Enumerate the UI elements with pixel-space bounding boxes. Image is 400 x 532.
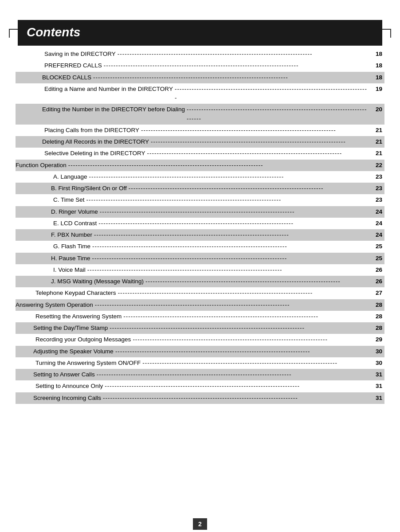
toc-label: Editing the Number in the DIRECTORY befo…	[42, 105, 185, 114]
toc-row: Editing a Name and Number in the DIRECTO…	[18, 83, 382, 104]
toc-page: 24	[371, 207, 382, 216]
toc-page: 27	[371, 289, 382, 297]
toc-label: BLOCKED CALLS	[42, 73, 91, 82]
toc-text: Selective Deleting in the DIRECTORY ----…	[44, 149, 382, 158]
toc-dots: ----------------------------------------…	[118, 50, 369, 59]
toc-label: Saving in the DIRECTORY	[44, 50, 116, 59]
toc-row: Setting the Day/Time Stamp -------------…	[16, 322, 384, 334]
toc-label: Placing Calls from the DIRECTORY	[44, 126, 139, 135]
toc-page: 21	[371, 137, 382, 146]
toc-label: A. Language	[53, 172, 87, 181]
toc-text: D. Ringer Volume -----------------------…	[51, 207, 382, 216]
toc-text: Answering System Operation -------------…	[16, 301, 382, 309]
toc-dots: ----------------------------------------…	[95, 301, 369, 309]
toc-dots: ----------------------------------------…	[118, 289, 369, 297]
toc-page: 18	[371, 50, 382, 59]
page-footer: 2	[0, 518, 400, 530]
toc-label: Recording your Outgoing Messages	[35, 335, 131, 344]
toc-page: 22	[371, 161, 382, 170]
toc-label: Resetting the Answering System	[35, 312, 122, 321]
toc-text: Editing a Name and Number in the DIRECTO…	[44, 85, 382, 103]
toc-text: G. Flash Time --------------------------…	[53, 242, 382, 251]
toc-page: 28	[371, 312, 382, 321]
toc-row: Saving in the DIRECTORY ----------------…	[18, 48, 382, 60]
toc-dots: ----------------------------------------…	[94, 231, 369, 239]
toc-dots: ----------------------------------------…	[175, 85, 369, 103]
toc-label: Setting the Day/Time Stamp	[33, 324, 108, 332]
toc-page: 25	[371, 242, 382, 251]
toc-page: 31	[371, 370, 382, 379]
toc-text: C. Time Set ----------------------------…	[53, 196, 382, 204]
toc-content: Saving in the DIRECTORY ----------------…	[18, 46, 382, 407]
toc-label: E. LCD Contrast	[53, 219, 97, 228]
toc-row: Answering System Operation -------------…	[16, 299, 384, 311]
toc-dots: ----------------------------------------…	[115, 347, 369, 356]
toc-text: Turning the Answering System ON/OFF ----…	[35, 359, 382, 368]
toc-page: 21	[371, 149, 382, 158]
toc-row: E. LCD Contrast ------------------------…	[18, 218, 382, 229]
toc-dots: ----------------------------------------…	[133, 335, 369, 344]
toc-label: Screening Incoming Calls	[33, 394, 101, 403]
toc-page: 25	[371, 254, 382, 263]
toc-text: B. First Ring/Silent On or Off ---------…	[51, 184, 382, 193]
toc-dots: ----------------------------------------…	[92, 242, 369, 251]
toc-label: Selective Deleting in the DIRECTORY	[44, 149, 145, 158]
toc-page: 26	[371, 277, 382, 286]
toc-label: C. Time Set	[53, 196, 85, 204]
toc-text: H. Pause Time --------------------------…	[51, 254, 382, 263]
toc-page: 24	[371, 219, 382, 228]
toc-label: G. Flash Time	[53, 242, 90, 251]
toc-page: 26	[371, 266, 382, 274]
toc-page: 28	[371, 324, 382, 332]
toc-text: Deleting All Records in the DIRECTORY --…	[42, 137, 382, 146]
toc-dots: ----------------------------------------…	[187, 105, 369, 123]
toc-page: 30	[371, 359, 382, 368]
toc-row: Turning the Answering System ON/OFF ----…	[18, 357, 382, 369]
toc-label: Setting to Answer Calls	[33, 370, 95, 379]
page-title: Contents	[27, 25, 80, 39]
toc-dots: ----------------------------------------…	[98, 219, 369, 228]
toc-dots: ----------------------------------------…	[145, 277, 369, 286]
toc-row: Setting to Announce Only ---------------…	[18, 380, 382, 392]
toc-text: BLOCKED CALLS --------------------------…	[42, 73, 382, 82]
toc-text: Setting to Answer Calls ----------------…	[33, 370, 382, 379]
toc-page: 20	[371, 105, 382, 114]
toc-dots: ----------------------------------------…	[151, 137, 369, 146]
toc-page: 18	[371, 73, 382, 82]
toc-text: PREFERRED CALLS ------------------------…	[44, 61, 382, 70]
toc-row: Function Operation ---------------------…	[16, 160, 384, 171]
toc-text: Saving in the DIRECTORY ----------------…	[44, 50, 382, 59]
toc-dots: ----------------------------------------…	[123, 312, 369, 321]
toc-text: A. Language ----------------------------…	[53, 172, 382, 181]
toc-dots: ----------------------------------------…	[110, 324, 369, 332]
corner-mark-tl	[9, 29, 18, 38]
toc-page: 23	[371, 184, 382, 193]
toc-text: Function Operation ---------------------…	[16, 161, 382, 170]
toc-dots: ----------------------------------------…	[89, 172, 369, 181]
toc-text: Placing Calls from the DIRECTORY -------…	[44, 126, 382, 135]
toc-row: Editing the Number in the DIRECTORY befo…	[16, 104, 384, 125]
toc-dots: ----------------------------------------…	[147, 149, 369, 158]
toc-row: I. Voice Mail --------------------------…	[18, 264, 382, 276]
toc-text: F. PBX Number --------------------------…	[51, 231, 382, 239]
toc-row: J. MSG Waiting (Message Waiting) -------…	[16, 276, 384, 287]
toc-dots: ----------------------------------------…	[103, 394, 369, 403]
toc-row: Resetting the Answering System ---------…	[18, 311, 382, 322]
toc-label: Editing a Name and Number in the DIRECTO…	[44, 85, 173, 94]
toc-dots: ----------------------------------------…	[97, 370, 369, 379]
toc-row: Selective Deleting in the DIRECTORY ----…	[18, 148, 382, 159]
toc-label: Answering System Operation	[16, 301, 93, 309]
toc-text: Screening Incoming Calls ---------------…	[33, 394, 382, 403]
toc-text: I. Voice Mail --------------------------…	[53, 266, 382, 274]
toc-row: H. Pause Time --------------------------…	[16, 253, 384, 264]
toc-row: C. Time Set ----------------------------…	[18, 194, 382, 206]
toc-page: 23	[371, 172, 382, 181]
toc-label: Function Operation	[16, 161, 67, 170]
toc-page: 31	[371, 394, 382, 403]
toc-dots: ----------------------------------------…	[141, 126, 369, 135]
toc-row: A. Language ----------------------------…	[18, 171, 382, 183]
toc-label: J. MSG Waiting (Message Waiting)	[51, 277, 144, 286]
toc-page: 21	[371, 126, 382, 135]
toc-dots: ----------------------------------------…	[93, 73, 369, 82]
toc-dots: ----------------------------------------…	[86, 196, 369, 204]
